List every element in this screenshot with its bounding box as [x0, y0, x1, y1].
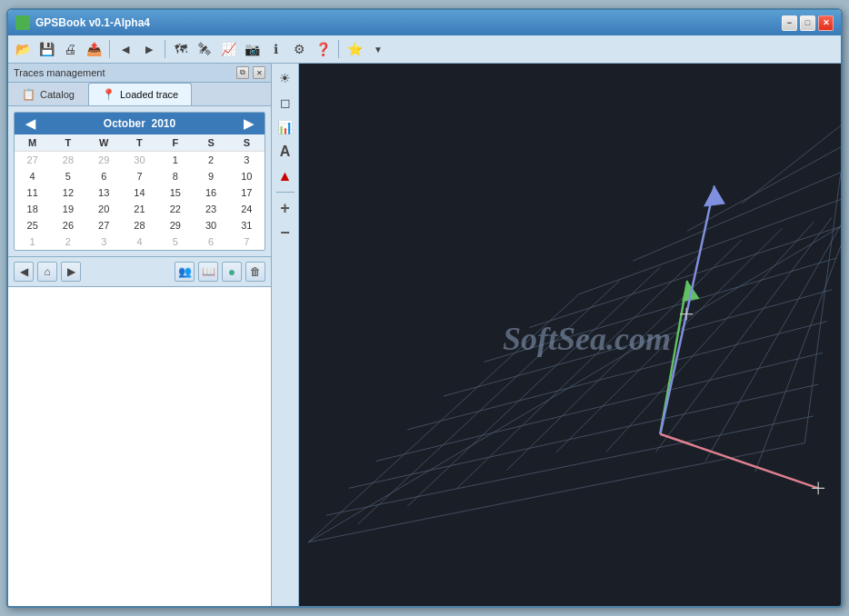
calendar-day[interactable]: 5: [157, 233, 193, 250]
help-btn[interactable]: ❓: [312, 38, 334, 60]
calendar-day[interactable]: 7: [229, 233, 265, 250]
view3d-btn[interactable]: ◻: [275, 92, 296, 114]
calendar-day[interactable]: 17: [229, 184, 265, 201]
tab-loaded-trace[interactable]: 📍 Loaded trace: [88, 83, 192, 105]
map-btn[interactable]: 🗺: [170, 38, 192, 60]
book-btn[interactable]: 📖: [198, 262, 218, 282]
cal-next-btn[interactable]: ▶: [240, 116, 257, 131]
panel-close-btn[interactable]: ✕: [253, 66, 265, 79]
calendar-day[interactable]: 9: [193, 168, 228, 184]
save-btn[interactable]: 💾: [35, 38, 57, 60]
calendar-day[interactable]: 27: [86, 217, 122, 233]
crosshair: [812, 482, 824, 494]
calendar-day[interactable]: 11: [15, 184, 50, 201]
delete-btn[interactable]: 🗑: [245, 262, 265, 282]
export-btn[interactable]: 📤: [83, 38, 105, 60]
calendar-container: ◀ October 2010 ▶ MTWTFSS 272829: [8, 106, 271, 256]
calendar-day[interactable]: 28: [122, 217, 157, 233]
calendar-day[interactable]: 1: [157, 152, 193, 169]
calendar-day[interactable]: 31: [229, 217, 265, 233]
add-btn[interactable]: ●: [222, 262, 242, 282]
panel-title-text: Traces management: [14, 67, 105, 78]
panel-float-btn[interactable]: ⧉: [236, 66, 249, 79]
forward-btn[interactable]: ▶: [138, 38, 160, 60]
calendar-month: October 2010: [104, 117, 175, 130]
calendar-day[interactable]: 7: [122, 168, 157, 184]
settings-btn[interactable]: ⚙: [288, 38, 310, 60]
3d-view[interactable]: SoftSea.com: [299, 64, 841, 606]
warning-btn[interactable]: ▲: [275, 165, 296, 187]
back-btn[interactable]: ◀: [115, 38, 136, 60]
nav-next-btn[interactable]: ▶: [61, 262, 81, 282]
calendar-day[interactable]: 22: [157, 201, 193, 217]
text-btn[interactable]: A: [275, 141, 296, 163]
calendar-day[interactable]: 5: [50, 168, 85, 184]
svg-line-23: [308, 226, 841, 542]
dropdown-btn[interactable]: ▼: [367, 38, 389, 60]
info-btn[interactable]: ℹ: [265, 38, 286, 60]
cal-prev-btn[interactable]: ◀: [22, 116, 39, 131]
calendar-day[interactable]: 29: [157, 217, 193, 233]
calendar-day[interactable]: 19: [50, 201, 85, 217]
satellite-btn[interactable]: 🛰: [194, 38, 215, 60]
calendar-day[interactable]: 1: [15, 233, 50, 250]
chart-btn[interactable]: 📈: [217, 38, 239, 60]
cal-day-header: F: [157, 134, 193, 152]
calendar-day[interactable]: 8: [157, 168, 193, 184]
calendar-day[interactable]: 6: [86, 168, 122, 184]
calendar-day[interactable]: 2: [193, 152, 228, 169]
calendar-day[interactable]: 4: [15, 168, 50, 184]
minimize-button[interactable]: −: [782, 15, 797, 31]
calendar-day[interactable]: 16: [193, 184, 228, 201]
nav-prev-btn[interactable]: ◀: [14, 262, 34, 282]
panel-titlebar: Traces management ⧉ ✕: [8, 64, 271, 83]
right-toolbar: ☀ ◻ 📊 A ▲ + −: [272, 64, 299, 606]
open-file-btn[interactable]: 📂: [12, 38, 34, 60]
catalog-tab-icon: 📋: [22, 88, 35, 101]
zoom-in-btn[interactable]: +: [275, 197, 296, 219]
cal-day-header: W: [86, 134, 122, 152]
chart2-btn[interactable]: 📊: [275, 116, 296, 138]
calendar-day[interactable]: 30: [122, 152, 157, 169]
sun-btn[interactable]: ☀: [275, 67, 296, 89]
calendar-day[interactable]: 25: [15, 217, 50, 233]
titlebar-buttons: − □ ✕: [782, 15, 834, 31]
calendar-day[interactable]: 15: [157, 184, 193, 201]
maximize-button[interactable]: □: [800, 15, 815, 31]
calendar-week-row: 25262728293031: [15, 217, 265, 233]
print-btn[interactable]: 🖨: [59, 38, 81, 60]
group-btn[interactable]: 👥: [175, 262, 195, 282]
calendar-day[interactable]: 4: [122, 233, 157, 250]
calendar-day[interactable]: 10: [229, 168, 265, 184]
close-button[interactable]: ✕: [818, 15, 834, 31]
calendar-day[interactable]: 29: [86, 152, 122, 169]
tab-catalog[interactable]: 📋 Catalog: [8, 83, 88, 105]
calendar-day[interactable]: 27: [15, 152, 50, 169]
panel-content-area: [8, 286, 271, 606]
calendar-grid: MTWTFSS 27282930123456789101112131415161…: [15, 134, 265, 250]
calendar-day[interactable]: 2: [50, 233, 85, 250]
calendar-day[interactable]: 12: [50, 184, 85, 201]
calendar-day[interactable]: 13: [86, 184, 122, 201]
nav-home-btn[interactable]: ⌂: [37, 262, 57, 282]
calendar-day[interactable]: 3: [229, 152, 265, 169]
calendar-day[interactable]: 21: [122, 201, 157, 217]
calendar-day[interactable]: 26: [50, 217, 85, 233]
calendar-day[interactable]: 3: [86, 233, 122, 250]
calendar-day[interactable]: 6: [193, 233, 228, 250]
calendar-day[interactable]: 28: [50, 152, 85, 169]
calendar-day[interactable]: 23: [193, 201, 228, 217]
main-content: Traces management ⧉ ✕ 📋 Catalog 📍 Loaded…: [8, 64, 841, 606]
calendar-day[interactable]: 20: [86, 201, 122, 217]
svg-line-2: [349, 384, 819, 488]
calendar-day[interactable]: 24: [229, 201, 265, 217]
calendar-day[interactable]: 18: [15, 201, 50, 217]
zoom-out-btn[interactable]: −: [275, 222, 296, 243]
titlebar-title: GPSBook v0.1-Alpha4: [15, 15, 150, 30]
loaded-trace-tab-icon: 📍: [102, 88, 115, 101]
camera-btn[interactable]: 📷: [241, 38, 263, 60]
calendar-day[interactable]: 30: [193, 217, 228, 233]
bottom-nav-right: 👥 📖 ● 🗑: [175, 262, 265, 282]
calendar-day[interactable]: 14: [122, 184, 157, 201]
star-btn[interactable]: ⭐: [344, 38, 365, 60]
